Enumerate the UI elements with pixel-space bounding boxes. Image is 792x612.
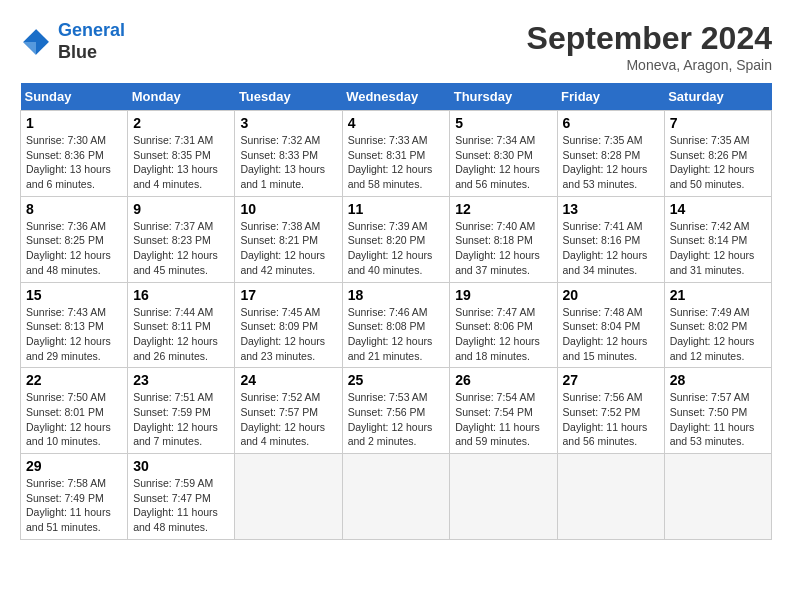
weekday-header-saturday: Saturday (664, 83, 771, 111)
day-number: 15 (26, 287, 122, 303)
day-detail: Sunrise: 7:49 AMSunset: 8:02 PMDaylight:… (670, 305, 766, 364)
week-row-4: 22 Sunrise: 7:50 AMSunset: 8:01 PMDaylig… (21, 368, 772, 454)
week-row-2: 8 Sunrise: 7:36 AMSunset: 8:25 PMDayligh… (21, 196, 772, 282)
day-number: 10 (240, 201, 336, 217)
day-number: 16 (133, 287, 229, 303)
calendar-cell: 25 Sunrise: 7:53 AMSunset: 7:56 PMDaylig… (342, 368, 450, 454)
week-row-3: 15 Sunrise: 7:43 AMSunset: 8:13 PMDaylig… (21, 282, 772, 368)
day-detail: Sunrise: 7:34 AMSunset: 8:30 PMDaylight:… (455, 133, 551, 192)
calendar-cell: 1 Sunrise: 7:30 AMSunset: 8:36 PMDayligh… (21, 111, 128, 197)
calendar-cell (664, 454, 771, 540)
day-detail: Sunrise: 7:39 AMSunset: 8:20 PMDaylight:… (348, 219, 445, 278)
day-detail: Sunrise: 7:46 AMSunset: 8:08 PMDaylight:… (348, 305, 445, 364)
day-detail: Sunrise: 7:38 AMSunset: 8:21 PMDaylight:… (240, 219, 336, 278)
logo-line1: General (58, 20, 125, 40)
calendar-cell: 19 Sunrise: 7:47 AMSunset: 8:06 PMDaylig… (450, 282, 557, 368)
day-detail: Sunrise: 7:43 AMSunset: 8:13 PMDaylight:… (26, 305, 122, 364)
day-detail: Sunrise: 7:35 AMSunset: 8:28 PMDaylight:… (563, 133, 659, 192)
day-detail: Sunrise: 7:32 AMSunset: 8:33 PMDaylight:… (240, 133, 336, 192)
title-block: September 2024 Moneva, Aragon, Spain (527, 20, 772, 73)
calendar-cell: 21 Sunrise: 7:49 AMSunset: 8:02 PMDaylig… (664, 282, 771, 368)
weekday-header-sunday: Sunday (21, 83, 128, 111)
day-number: 4 (348, 115, 445, 131)
calendar-table: SundayMondayTuesdayWednesdayThursdayFrid… (20, 83, 772, 540)
day-detail: Sunrise: 7:58 AMSunset: 7:49 PMDaylight:… (26, 476, 122, 535)
day-number: 30 (133, 458, 229, 474)
calendar-cell (342, 454, 450, 540)
calendar-cell (450, 454, 557, 540)
weekday-header-row: SundayMondayTuesdayWednesdayThursdayFrid… (21, 83, 772, 111)
calendar-cell: 20 Sunrise: 7:48 AMSunset: 8:04 PMDaylig… (557, 282, 664, 368)
day-number: 13 (563, 201, 659, 217)
logo: General Blue (20, 20, 125, 63)
calendar-cell: 15 Sunrise: 7:43 AMSunset: 8:13 PMDaylig… (21, 282, 128, 368)
day-detail: Sunrise: 7:51 AMSunset: 7:59 PMDaylight:… (133, 390, 229, 449)
svg-marker-1 (36, 29, 49, 42)
calendar-cell: 29 Sunrise: 7:58 AMSunset: 7:49 PMDaylig… (21, 454, 128, 540)
day-detail: Sunrise: 7:37 AMSunset: 8:23 PMDaylight:… (133, 219, 229, 278)
calendar-cell: 14 Sunrise: 7:42 AMSunset: 8:14 PMDaylig… (664, 196, 771, 282)
calendar-cell: 9 Sunrise: 7:37 AMSunset: 8:23 PMDayligh… (128, 196, 235, 282)
day-detail: Sunrise: 7:40 AMSunset: 8:18 PMDaylight:… (455, 219, 551, 278)
day-number: 28 (670, 372, 766, 388)
day-detail: Sunrise: 7:41 AMSunset: 8:16 PMDaylight:… (563, 219, 659, 278)
day-number: 21 (670, 287, 766, 303)
day-detail: Sunrise: 7:47 AMSunset: 8:06 PMDaylight:… (455, 305, 551, 364)
day-detail: Sunrise: 7:31 AMSunset: 8:35 PMDaylight:… (133, 133, 229, 192)
day-number: 20 (563, 287, 659, 303)
day-detail: Sunrise: 7:42 AMSunset: 8:14 PMDaylight:… (670, 219, 766, 278)
calendar-cell: 23 Sunrise: 7:51 AMSunset: 7:59 PMDaylig… (128, 368, 235, 454)
calendar-cell: 26 Sunrise: 7:54 AMSunset: 7:54 PMDaylig… (450, 368, 557, 454)
day-detail: Sunrise: 7:33 AMSunset: 8:31 PMDaylight:… (348, 133, 445, 192)
week-row-5: 29 Sunrise: 7:58 AMSunset: 7:49 PMDaylig… (21, 454, 772, 540)
day-detail: Sunrise: 7:57 AMSunset: 7:50 PMDaylight:… (670, 390, 766, 449)
day-number: 22 (26, 372, 122, 388)
weekday-header-thursday: Thursday (450, 83, 557, 111)
month-title: September 2024 (527, 20, 772, 57)
calendar-cell: 22 Sunrise: 7:50 AMSunset: 8:01 PMDaylig… (21, 368, 128, 454)
day-number: 29 (26, 458, 122, 474)
day-detail: Sunrise: 7:59 AMSunset: 7:47 PMDaylight:… (133, 476, 229, 535)
calendar-cell: 11 Sunrise: 7:39 AMSunset: 8:20 PMDaylig… (342, 196, 450, 282)
day-number: 3 (240, 115, 336, 131)
day-detail: Sunrise: 7:50 AMSunset: 8:01 PMDaylight:… (26, 390, 122, 449)
day-detail: Sunrise: 7:56 AMSunset: 7:52 PMDaylight:… (563, 390, 659, 449)
day-number: 8 (26, 201, 122, 217)
day-number: 2 (133, 115, 229, 131)
day-number: 7 (670, 115, 766, 131)
day-number: 26 (455, 372, 551, 388)
day-number: 27 (563, 372, 659, 388)
day-number: 17 (240, 287, 336, 303)
calendar-cell: 8 Sunrise: 7:36 AMSunset: 8:25 PMDayligh… (21, 196, 128, 282)
day-number: 6 (563, 115, 659, 131)
calendar-cell: 24 Sunrise: 7:52 AMSunset: 7:57 PMDaylig… (235, 368, 342, 454)
location: Moneva, Aragon, Spain (527, 57, 772, 73)
day-number: 25 (348, 372, 445, 388)
calendar-cell: 28 Sunrise: 7:57 AMSunset: 7:50 PMDaylig… (664, 368, 771, 454)
day-detail: Sunrise: 7:36 AMSunset: 8:25 PMDaylight:… (26, 219, 122, 278)
day-detail: Sunrise: 7:48 AMSunset: 8:04 PMDaylight:… (563, 305, 659, 364)
calendar-cell (557, 454, 664, 540)
day-detail: Sunrise: 7:53 AMSunset: 7:56 PMDaylight:… (348, 390, 445, 449)
logo-line2: Blue (58, 42, 125, 64)
calendar-cell: 17 Sunrise: 7:45 AMSunset: 8:09 PMDaylig… (235, 282, 342, 368)
day-detail: Sunrise: 7:52 AMSunset: 7:57 PMDaylight:… (240, 390, 336, 449)
day-number: 12 (455, 201, 551, 217)
calendar-cell: 12 Sunrise: 7:40 AMSunset: 8:18 PMDaylig… (450, 196, 557, 282)
day-detail: Sunrise: 7:54 AMSunset: 7:54 PMDaylight:… (455, 390, 551, 449)
calendar-cell: 7 Sunrise: 7:35 AMSunset: 8:26 PMDayligh… (664, 111, 771, 197)
weekday-header-tuesday: Tuesday (235, 83, 342, 111)
day-detail: Sunrise: 7:35 AMSunset: 8:26 PMDaylight:… (670, 133, 766, 192)
day-number: 24 (240, 372, 336, 388)
calendar-cell: 16 Sunrise: 7:44 AMSunset: 8:11 PMDaylig… (128, 282, 235, 368)
calendar-cell: 27 Sunrise: 7:56 AMSunset: 7:52 PMDaylig… (557, 368, 664, 454)
calendar-cell: 6 Sunrise: 7:35 AMSunset: 8:28 PMDayligh… (557, 111, 664, 197)
calendar-cell: 10 Sunrise: 7:38 AMSunset: 8:21 PMDaylig… (235, 196, 342, 282)
day-number: 9 (133, 201, 229, 217)
calendar-cell: 3 Sunrise: 7:32 AMSunset: 8:33 PMDayligh… (235, 111, 342, 197)
logo-icon (20, 26, 52, 58)
logo-text: General Blue (58, 20, 125, 63)
calendar-cell (235, 454, 342, 540)
calendar-cell: 2 Sunrise: 7:31 AMSunset: 8:35 PMDayligh… (128, 111, 235, 197)
week-row-1: 1 Sunrise: 7:30 AMSunset: 8:36 PMDayligh… (21, 111, 772, 197)
